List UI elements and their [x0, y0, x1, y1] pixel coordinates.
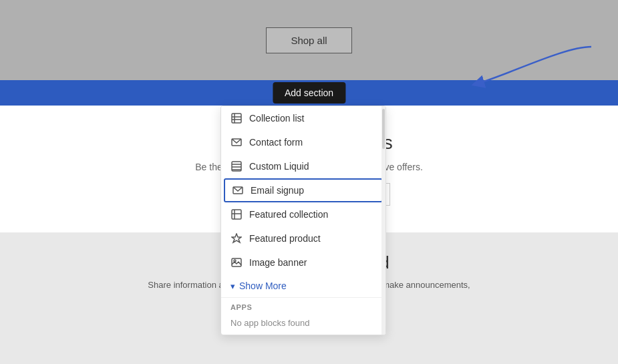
menu-item-custom-liquid[interactable]: Custom Liquid [221, 154, 385, 178]
scrollbar[interactable] [381, 106, 385, 335]
scrollbar-thumb [382, 109, 385, 149]
collection-list-icon [230, 112, 243, 124]
svg-rect-0 [232, 114, 241, 123]
menu-item-featured-collection[interactable]: Featured collection [221, 202, 385, 226]
show-more-label: Show More [239, 281, 287, 291]
no-apps-text: No app blocks found [221, 314, 385, 335]
menu-item-image-banner[interactable]: Image banner [221, 250, 385, 275]
menu-item-email-signup[interactable]: Email signup [224, 178, 383, 202]
image-banner-icon [230, 256, 243, 268]
apps-label: APPS [221, 298, 385, 314]
annotation-arrow [458, 40, 605, 94]
menu-item-label: Contact form [249, 137, 303, 148]
page-background: Shop all Add section Sub████████ails Be … [0, 0, 618, 364]
svg-marker-13 [232, 234, 241, 242]
menu-item-label: Custom Liquid [249, 161, 309, 172]
add-section-tooltip[interactable]: Add section [273, 82, 345, 104]
menu-item-label: Image banner [249, 257, 307, 268]
menu-item-label: Featured collection [249, 209, 328, 220]
add-section-dropdown: Collection list Contact form [220, 106, 386, 335]
contact-form-icon [230, 136, 243, 148]
menu-item-label: Collection list [249, 113, 304, 124]
featured-product-icon [230, 232, 243, 244]
svg-rect-10 [232, 210, 241, 219]
menu-item-collection-list[interactable]: Collection list [221, 106, 385, 130]
email-signup-icon [232, 184, 244, 196]
menu-item-label: Email signup [251, 185, 304, 196]
shop-all-button[interactable]: Shop all [266, 27, 351, 53]
menu-item-label: Featured product [249, 233, 321, 244]
featured-collection-icon [230, 208, 243, 220]
menu-item-featured-product[interactable]: Featured product [221, 226, 385, 250]
menu-item-contact-form[interactable]: Contact form [221, 130, 385, 154]
custom-liquid-icon [230, 160, 243, 172]
chevron-down-icon: ▾ [230, 281, 235, 291]
show-more-item[interactable]: ▾ Show More [221, 275, 385, 297]
